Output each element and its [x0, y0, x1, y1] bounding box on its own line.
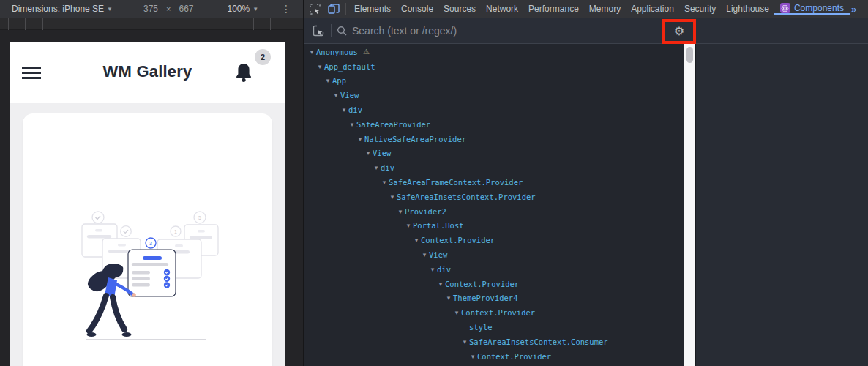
tab-performance[interactable]: Performance	[523, 0, 584, 18]
tree-node-view[interactable]: ▾View	[304, 146, 684, 161]
component-name: div	[437, 265, 451, 274]
ruler-tick	[8, 18, 9, 30]
expand-caret-icon[interactable]: ▾	[323, 77, 332, 84]
tab-memory[interactable]: Memory	[584, 0, 626, 18]
component-name: View	[340, 91, 359, 100]
search-input[interactable]	[352, 25, 572, 37]
tree-node-context-provider[interactable]: ▾Context.Provider	[304, 277, 684, 291]
app-header: WM Gallery 2	[10, 42, 285, 103]
tree-node-safeareaprovider[interactable]: ▾SafeAreaProvider	[304, 117, 684, 132]
ruler-bar	[0, 18, 303, 30]
tree-node-style[interactable]: style	[304, 320, 684, 335]
component-name: Context.Provider	[461, 308, 535, 317]
scrollbar-track[interactable]	[684, 44, 695, 366]
expand-caret-icon[interactable]: ▾	[372, 164, 381, 171]
chevron-down-icon: ▼	[107, 6, 113, 12]
component-name: Context.Provider	[477, 352, 551, 361]
tab-console[interactable]: Console	[396, 0, 438, 18]
expand-caret-icon[interactable]: ▾	[452, 309, 461, 316]
component-name: SafeAreaInsetsContext.Consumer	[469, 337, 608, 346]
tree-node-context-provider[interactable]: ▾Context.Provider	[304, 349, 684, 364]
component-picker-icon[interactable]	[309, 21, 328, 40]
device-select[interactable]: Dimensions: iPhone SE	[12, 4, 104, 14]
annotation-highlight-box: ⚙	[662, 19, 696, 44]
expand-caret-icon[interactable]: ▾	[396, 208, 405, 215]
tree-node-div[interactable]: ▾div	[304, 160, 684, 175]
expand-caret-icon[interactable]: ▾	[468, 353, 477, 360]
tree-node-context-provider[interactable]: ▾Context.Provider	[304, 305, 684, 320]
tab-network[interactable]: Network	[481, 0, 523, 18]
ruler-tick	[25, 18, 26, 30]
divider	[345, 3, 346, 15]
divider	[331, 24, 332, 37]
device-height-field[interactable]: 667	[179, 4, 193, 14]
tree-node-safeareainsetscontext-consumer[interactable]: ▾SafeAreaInsetsContext.Consumer	[304, 335, 684, 349]
tree-node-div[interactable]: ▾div	[304, 102, 684, 117]
inspect-element-icon[interactable]	[306, 0, 323, 18]
tree-node-nativesafeareaprovider[interactable]: ▾NativeSafeAreaProvider	[304, 132, 684, 146]
ruler-tick	[42, 18, 43, 30]
component-tree: ▾Anonymous⚠▾App_default▾App▾View▾div▾Saf…	[304, 44, 684, 366]
zoom-select[interactable]: 100% ▼	[228, 4, 259, 14]
ruler-tick	[270, 18, 271, 30]
ruler-tick	[288, 18, 288, 30]
expand-caret-icon[interactable]: ▾	[428, 266, 437, 273]
tree-node-view[interactable]: ▾View	[304, 88, 684, 102]
expand-caret-icon[interactable]: ▾	[404, 222, 413, 229]
tree-node-app-default[interactable]: ▾App_default	[304, 59, 684, 74]
expand-caret-icon[interactable]: ▾	[315, 63, 324, 70]
device-toolbar-toggle-icon[interactable]	[325, 0, 343, 18]
expand-caret-icon[interactable]: ▾	[388, 193, 397, 201]
tab-sources[interactable]: Sources	[438, 0, 481, 18]
tree-node-context-provider[interactable]: ▾Context.Provider	[304, 233, 684, 247]
component-name: Provider2	[405, 207, 446, 216]
gear-icon[interactable]: ⚙	[674, 26, 684, 37]
search-icon	[337, 26, 347, 36]
component-name: App_default	[324, 62, 375, 71]
device-width-field[interactable]: 375	[143, 4, 158, 14]
expand-caret-icon[interactable]: ▾	[412, 236, 421, 244]
expand-caret-icon[interactable]: ▾	[348, 121, 356, 128]
tree-node-provider2[interactable]: ▾Provider2	[304, 204, 684, 219]
tree-node-anonymous[interactable]: ▾Anonymous⚠	[304, 45, 684, 59]
tree-node-themeprovider4[interactable]: ▾ThemeProvider4	[304, 291, 684, 306]
devtools-tab-list: ElementsConsoleSourcesNetworkPerformance…	[349, 0, 774, 18]
tree-node-div[interactable]: ▾div	[304, 262, 684, 277]
empty-state-illustration: 5 1	[60, 200, 236, 346]
more-options-button[interactable]: ⋮	[281, 3, 291, 15]
expand-caret-icon[interactable]: ▾	[436, 280, 445, 288]
tab-application[interactable]: Application	[626, 0, 679, 18]
tab-lighthouse[interactable]: Lighthouse	[721, 0, 774, 18]
tab-elements[interactable]: Elements	[349, 0, 396, 18]
tree-node-portal-host[interactable]: ▾Portal.Host	[304, 219, 684, 234]
devtools-panel: ElementsConsoleSourcesNetworkPerformance…	[303, 0, 868, 366]
expand-caret-icon[interactable]: ▾	[307, 48, 316, 56]
screenshot-root: Dimensions: iPhone SE ▼ 375 × 667 100% ▼…	[0, 0, 868, 366]
app-body: 5 1	[10, 103, 285, 366]
content-card: 5 1	[23, 113, 272, 366]
chevron-down-icon: ▼	[252, 6, 258, 12]
expand-caret-icon[interactable]: ▾	[380, 179, 389, 186]
tree-node-view[interactable]: ▾View	[304, 247, 684, 262]
notification-badge: 2	[255, 49, 271, 65]
tree-node-safeareaframecontext-provider[interactable]: ▾SafeAreaFrameContext.Provider	[304, 175, 684, 190]
expand-caret-icon[interactable]: ▾	[444, 294, 453, 302]
tree-node-app[interactable]: ▾App	[304, 74, 684, 89]
tab-overflow-chevron[interactable]: »	[851, 4, 856, 15]
expand-caret-icon[interactable]: ▾	[340, 106, 348, 113]
expand-caret-icon[interactable]: ▾	[364, 149, 373, 157]
scrollbar-thumb[interactable]	[686, 47, 693, 63]
expand-caret-icon[interactable]: ▾	[420, 251, 429, 258]
expand-caret-icon[interactable]: ▾	[332, 92, 340, 99]
notifications-bell-icon[interactable]	[234, 61, 253, 83]
svg-text:1: 1	[174, 229, 177, 234]
warning-icon: ⚠	[363, 48, 370, 56]
component-name: ThemeProvider4	[453, 294, 518, 302]
component-name: NativeSafeAreaProvider	[364, 135, 466, 143]
tab-components[interactable]: Components	[774, 3, 850, 15]
component-name: div	[381, 163, 394, 172]
expand-caret-icon[interactable]: ▾	[460, 338, 469, 346]
tree-node-safeareainsetscontext-provider[interactable]: ▾SafeAreaInsetsContext.Provider	[304, 190, 684, 204]
expand-caret-icon[interactable]: ▾	[356, 135, 364, 143]
tab-security[interactable]: Security	[679, 0, 721, 18]
